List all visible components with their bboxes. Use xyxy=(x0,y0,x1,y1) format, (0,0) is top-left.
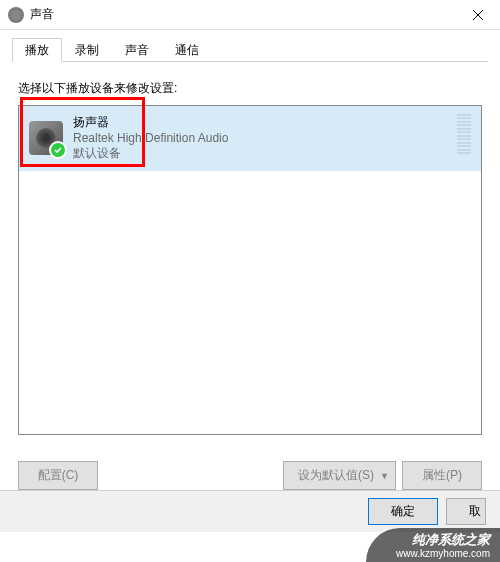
tab-recording[interactable]: 录制 xyxy=(62,38,112,61)
close-button[interactable] xyxy=(455,0,500,30)
default-check-icon xyxy=(49,141,67,159)
window-title: 声音 xyxy=(30,6,54,23)
chevron-down-icon: ▼ xyxy=(380,471,389,481)
configure-button[interactable]: 配置(C) xyxy=(18,461,98,490)
device-driver: Realtek High Definition Audio xyxy=(73,131,228,145)
ok-button[interactable]: 确定 xyxy=(368,498,438,525)
tab-bar: 播放 录制 声音 通信 xyxy=(12,38,488,62)
sound-app-icon xyxy=(8,7,24,23)
dialog-footer: 确定 取 xyxy=(0,490,500,532)
tab-playback[interactable]: 播放 xyxy=(12,38,62,62)
properties-button[interactable]: 属性(P) xyxy=(402,461,482,490)
action-buttons-row: 配置(C) 设为默认值(S) ▼ 属性(P) xyxy=(18,461,482,490)
watermark-url: www.kzmyhome.com xyxy=(396,548,490,560)
instruction-text: 选择以下播放设备来修改设置: xyxy=(18,80,482,97)
titlebar: 声音 xyxy=(0,0,500,30)
cancel-button[interactable]: 取 xyxy=(446,498,486,525)
close-icon xyxy=(473,10,483,20)
device-icon-wrap xyxy=(29,121,63,155)
device-name: 扬声器 xyxy=(73,114,228,131)
set-default-button[interactable]: 设为默认值(S) ▼ xyxy=(283,461,396,490)
device-info: 扬声器 Realtek High Definition Audio 默认设备 xyxy=(73,114,228,162)
tab-sounds[interactable]: 声音 xyxy=(112,38,162,61)
tab-communications[interactable]: 通信 xyxy=(162,38,212,61)
level-meter xyxy=(457,114,471,154)
device-list[interactable]: 扬声器 Realtek High Definition Audio 默认设备 xyxy=(18,105,482,435)
set-default-label: 设为默认值(S) xyxy=(298,467,374,484)
device-item-speakers[interactable]: 扬声器 Realtek High Definition Audio 默认设备 xyxy=(19,106,481,171)
watermark: 纯净系统之家 www.kzmyhome.com xyxy=(366,528,500,562)
device-status: 默认设备 xyxy=(73,145,228,162)
watermark-title: 纯净系统之家 xyxy=(412,532,490,548)
